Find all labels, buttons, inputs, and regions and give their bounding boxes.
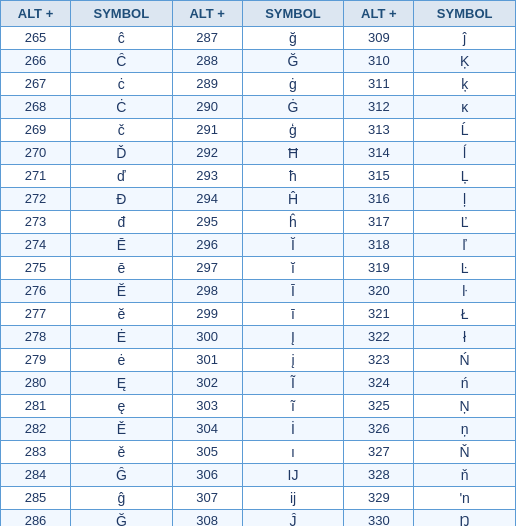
symbol: Ļ	[414, 165, 516, 188]
symbol: Ľ	[414, 211, 516, 234]
alt-code: 295	[172, 211, 242, 234]
alt-code: 311	[344, 73, 414, 96]
symbol: Ĩ	[242, 372, 344, 395]
symbol: Ė	[71, 326, 173, 349]
symbol: ě	[71, 441, 173, 464]
symbol: ĥ	[242, 211, 344, 234]
table-row: 270Ď292Ħ314ĺ	[1, 142, 516, 165]
symbol: Ď	[71, 142, 173, 165]
symbol: ĉ	[71, 27, 173, 50]
alt-code: 267	[1, 73, 71, 96]
symbol: ē	[71, 257, 173, 280]
symbol: Ĭ	[242, 234, 344, 257]
symbol: ņ	[414, 418, 516, 441]
symbol: Ĝ	[71, 464, 173, 487]
alt-code: 324	[344, 372, 414, 395]
alt-code: 270	[1, 142, 71, 165]
alt-code: 279	[1, 349, 71, 372]
symbol: Ğ	[242, 50, 344, 73]
table-row: 269č291ģ313Ĺ	[1, 119, 516, 142]
symbol: Ĵ	[242, 510, 344, 527]
symbol: ī	[242, 303, 344, 326]
table-row: 277ĕ299ī321Ł	[1, 303, 516, 326]
alt-code: 277	[1, 303, 71, 326]
col-header-sym3: SYMBOL	[414, 1, 516, 27]
table-row: 276Ĕ298Ī320ŀ	[1, 280, 516, 303]
table-row: 285ĝ307ij329'n	[1, 487, 516, 510]
table-row: 284Ĝ306IJ328ň	[1, 464, 516, 487]
alt-code: 330	[344, 510, 414, 527]
alt-code: 269	[1, 119, 71, 142]
symbol: Ň	[414, 441, 516, 464]
alt-code: 276	[1, 280, 71, 303]
alt-code: 319	[344, 257, 414, 280]
symbol: ň	[414, 464, 516, 487]
alt-code: 304	[172, 418, 242, 441]
table-row: 275ē297ĭ319Ŀ	[1, 257, 516, 280]
symbol: ń	[414, 372, 516, 395]
symbol: Ń	[414, 349, 516, 372]
symbol: Ņ	[414, 395, 516, 418]
table-row: 281ę303ĩ325Ņ	[1, 395, 516, 418]
alt-code: 310	[344, 50, 414, 73]
table-row: 280Ę302Ĩ324ń	[1, 372, 516, 395]
alt-code: 286	[1, 510, 71, 527]
alt-code: 323	[344, 349, 414, 372]
alt-code: 321	[344, 303, 414, 326]
alt-code: 266	[1, 50, 71, 73]
col-header-alt3: ALT +	[344, 1, 414, 27]
symbol: ď	[71, 165, 173, 188]
alt-code: 281	[1, 395, 71, 418]
alt-code: 312	[344, 96, 414, 119]
alt-code: 305	[172, 441, 242, 464]
alt-code: 287	[172, 27, 242, 50]
col-header-sym1: SYMBOL	[71, 1, 173, 27]
alt-code: 291	[172, 119, 242, 142]
alt-code: 282	[1, 418, 71, 441]
symbol: Ŋ	[414, 510, 516, 527]
alt-code: 300	[172, 326, 242, 349]
col-header-sym2: SYMBOL	[242, 1, 344, 27]
symbol: Ğ	[71, 510, 173, 527]
symbol: ľ	[414, 234, 516, 257]
alt-code: 315	[344, 165, 414, 188]
symbol: ċ	[71, 73, 173, 96]
alt-code: 284	[1, 464, 71, 487]
symbol: ħ	[242, 165, 344, 188]
alt-code: 306	[172, 464, 242, 487]
symbol: Ĺ	[414, 119, 516, 142]
col-header-alt2: ALT +	[172, 1, 242, 27]
symbol: Ŀ	[414, 257, 516, 280]
alt-code: 328	[344, 464, 414, 487]
alt-code: 301	[172, 349, 242, 372]
symbol: Ħ	[242, 142, 344, 165]
alt-code: 329	[344, 487, 414, 510]
alt-code: 280	[1, 372, 71, 395]
symbol: κ	[414, 96, 516, 119]
alt-code: 273	[1, 211, 71, 234]
symbol: đ	[71, 211, 173, 234]
alt-code: 327	[344, 441, 414, 464]
symbol: ĭ	[242, 257, 344, 280]
symbol: Ę	[71, 372, 173, 395]
alt-code: 283	[1, 441, 71, 464]
table-row: 279ė301į323Ń	[1, 349, 516, 372]
table-row: 271ď293ħ315Ļ	[1, 165, 516, 188]
alt-code: 272	[1, 188, 71, 211]
symbol: Ĉ	[71, 50, 173, 73]
alt-code: 294	[172, 188, 242, 211]
symbol: ĩ	[242, 395, 344, 418]
symbol: İ	[242, 418, 344, 441]
table-row: 283ě305ı327Ň	[1, 441, 516, 464]
alt-code: 317	[344, 211, 414, 234]
alt-code: 320	[344, 280, 414, 303]
alt-code: 326	[344, 418, 414, 441]
symbol: Ī	[242, 280, 344, 303]
symbol: ĵ	[414, 27, 516, 50]
symbol: Ě	[71, 418, 173, 441]
symbol: IJ	[242, 464, 344, 487]
alt-code: 296	[172, 234, 242, 257]
alt-code: 271	[1, 165, 71, 188]
alt-code: 307	[172, 487, 242, 510]
alt-code: 316	[344, 188, 414, 211]
